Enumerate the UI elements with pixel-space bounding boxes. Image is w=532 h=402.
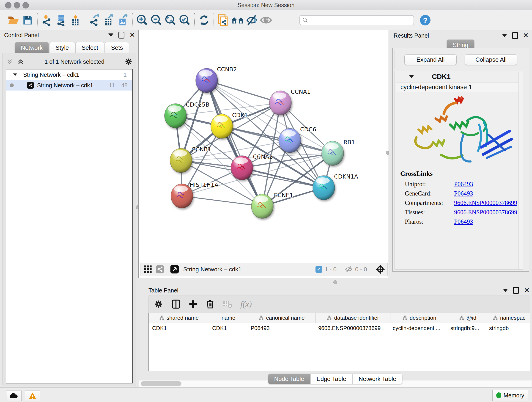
cell-namespac[interactable]: stringdb xyxy=(486,325,530,332)
grid-view-icon[interactable] xyxy=(143,265,152,274)
collection-expander-icon[interactable] xyxy=(13,73,17,76)
warnings-button[interactable] xyxy=(25,390,40,401)
crosslink-link[interactable]: 9606.ENSP00000378699 xyxy=(454,199,517,206)
close-panel-icon[interactable]: ✕ xyxy=(524,288,530,293)
export-table-button[interactable] xyxy=(102,13,116,27)
zoom-fit-button[interactable] xyxy=(164,13,178,27)
tab-node-table[interactable]: Node Table xyxy=(268,374,310,384)
show-columns-icon[interactable] xyxy=(171,299,181,309)
node-CCNA1[interactable]: CCNA1 xyxy=(269,89,311,115)
node-CDC6[interactable]: CDC6 xyxy=(279,126,316,153)
cloud-status-button[interactable] xyxy=(6,390,22,401)
import-network-file-button[interactable] xyxy=(40,13,54,27)
column-header-database-identifier[interactable]: database identifier xyxy=(316,313,390,323)
section-expander-icon[interactable] xyxy=(409,75,414,78)
hide-panel-button[interactable] xyxy=(245,13,259,27)
network-row-selected[interactable]: String Network – cdk1 11 48 xyxy=(6,80,132,90)
save-session-button[interactable] xyxy=(21,13,35,27)
expand-all-icon[interactable] xyxy=(17,58,25,65)
gene-section-header[interactable]: CDK1 xyxy=(395,71,523,82)
cell-@id[interactable]: stringdb:9... xyxy=(447,325,486,332)
close-panel-icon[interactable]: ✕ xyxy=(129,32,135,38)
delete-column-icon[interactable] xyxy=(206,300,215,309)
detach-view-icon[interactable] xyxy=(170,265,179,274)
horizontal-splitter[interactable] xyxy=(138,278,532,287)
eye-slash-icon xyxy=(245,14,258,27)
float-panel-icon[interactable] xyxy=(512,32,518,39)
table-options-gear-icon[interactable] xyxy=(154,299,163,309)
column-header-canonical-name[interactable]: canonical name xyxy=(248,313,316,323)
gear-icon[interactable] xyxy=(124,57,133,66)
cell-database-identifier[interactable]: 9606.ENSP00000378699 xyxy=(315,325,389,332)
string-home-button[interactable] xyxy=(230,13,245,27)
column-header-namespac[interactable]: namespac xyxy=(487,313,530,323)
cell-description[interactable]: cyclin-dependent ... xyxy=(389,325,447,332)
search-input[interactable] xyxy=(299,15,414,25)
collapse-all-button[interactable]: Collapse All xyxy=(465,54,517,65)
birds-eye-icon[interactable] xyxy=(375,264,386,274)
share-document-button[interactable] xyxy=(216,13,230,27)
node-CCNB2[interactable]: CCNB2 xyxy=(196,66,237,93)
refresh-view-button[interactable] xyxy=(197,13,211,27)
network-collection-row[interactable]: String Network – cdk1 1 xyxy=(6,70,132,80)
column-header-name[interactable]: name xyxy=(209,313,248,323)
tab-edge-table[interactable]: Edge Table xyxy=(310,374,353,384)
zoom-out-button[interactable] xyxy=(149,13,164,27)
network-share-icon[interactable] xyxy=(156,265,164,274)
memory-label: Memory xyxy=(504,392,524,399)
panel-menu-icon[interactable] xyxy=(502,34,507,37)
memory-button[interactable]: Memory xyxy=(492,390,528,401)
float-panel-icon[interactable] xyxy=(513,287,519,294)
open-session-button[interactable] xyxy=(6,13,21,27)
network-canvas[interactable]: CCNB2CCNA1CDC25BCDK1CDC6RB1CCNB1CCNA2CDK… xyxy=(139,30,389,262)
export-image-button[interactable] xyxy=(116,13,130,27)
crosslink-link[interactable]: 9606.ENSP00000378699 xyxy=(454,209,517,216)
crosslink-link[interactable]: P06493 xyxy=(454,190,473,197)
column-header-shared-name[interactable]: shared name xyxy=(149,313,209,323)
node-HIST1H1A[interactable]: HIST1H1A xyxy=(171,182,218,208)
tab-network[interactable]: Network xyxy=(15,42,49,53)
column-header-description[interactable]: description xyxy=(390,313,448,323)
table-row[interactable]: CDK1CDK1P064939606.ENSP00000378699cyclin… xyxy=(149,323,530,333)
zoom-selected-button[interactable] xyxy=(178,13,192,27)
column-header-@id[interactable]: @id xyxy=(448,313,487,323)
node-RB1[interactable]: RB1 xyxy=(322,139,355,166)
help-button[interactable]: ? xyxy=(418,13,432,27)
panel-menu-icon[interactable] xyxy=(108,33,114,37)
edge-CCNE1-HIST1H1A[interactable] xyxy=(182,196,262,206)
string-results-box: Expand All Collapse All CDK1 cyclin-depe… xyxy=(392,48,529,272)
cell-shared-name[interactable]: CDK1 xyxy=(149,325,209,332)
splitter-handle[interactable] xyxy=(333,280,337,284)
export-network-button[interactable] xyxy=(88,13,102,27)
import-network-database-button[interactable] xyxy=(54,13,68,27)
node-table[interactable]: shared namenamecanonical namedatabase id… xyxy=(148,313,530,371)
zoom-fit-icon xyxy=(165,14,177,26)
crosslink-link[interactable]: P06493 xyxy=(454,218,473,225)
selected-count: 1 - 0 xyxy=(325,266,336,273)
node-CDKN1A[interactable]: CDKN1A xyxy=(313,173,358,200)
edge-CCNB2-CCNA1[interactable] xyxy=(207,80,280,103)
close-panel-icon[interactable]: ✕ xyxy=(523,33,529,38)
node-CCNE1[interactable]: CCNE1 xyxy=(251,192,293,218)
gene-section: CDK1 cyclin-dependent kinase 1 xyxy=(394,71,523,269)
crosslink-label: Pharos: xyxy=(405,218,454,225)
tab-sets[interactable]: Sets xyxy=(105,42,129,53)
collapse-all-icon[interactable] xyxy=(6,58,13,65)
tab-select[interactable]: Select xyxy=(75,42,104,53)
selected-nodes-checkbox[interactable]: ✓ xyxy=(316,266,322,273)
float-panel-icon[interactable] xyxy=(119,32,124,38)
tab-style[interactable]: Style xyxy=(49,42,75,53)
crosslink-link[interactable]: P06493 xyxy=(454,181,473,188)
import-table-button[interactable] xyxy=(68,13,82,27)
add-column-icon[interactable] xyxy=(189,300,198,309)
show-panel-button[interactable] xyxy=(259,13,273,27)
expand-all-button[interactable]: Expand All xyxy=(404,54,457,65)
crosslink-label: Compartments: xyxy=(405,199,454,206)
cell-name[interactable]: CDK1 xyxy=(209,325,247,332)
panel-menu-icon[interactable] xyxy=(503,289,508,292)
tab-network-table[interactable]: Network Table xyxy=(352,374,402,384)
zoom-in-button[interactable] xyxy=(135,13,149,27)
cell-canonical-name[interactable]: P06493 xyxy=(247,325,315,332)
toolbar-separator xyxy=(85,13,85,27)
results-scrollbar[interactable] xyxy=(519,72,523,269)
